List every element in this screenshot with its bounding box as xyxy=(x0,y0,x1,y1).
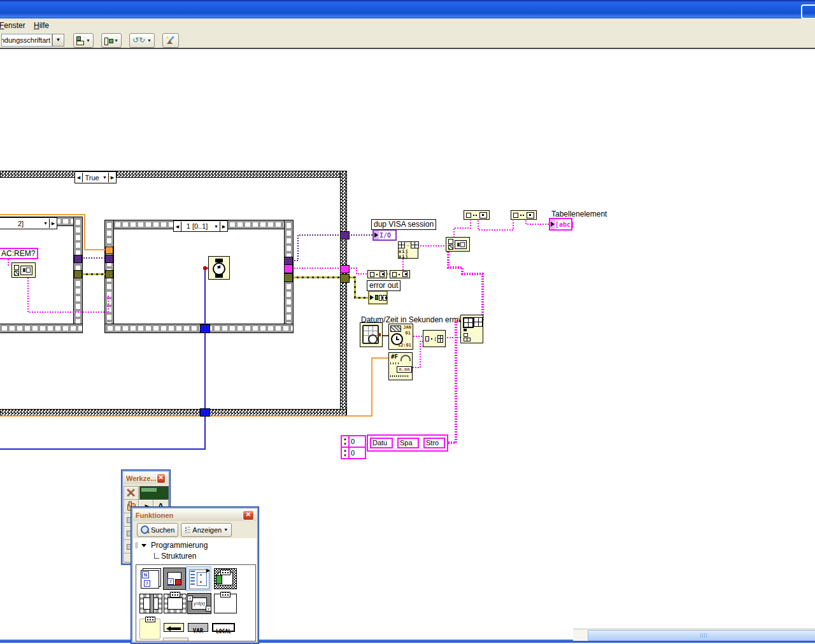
close-icon[interactable]: ✕ xyxy=(157,473,166,483)
tunnel-i32 xyxy=(200,408,210,417)
while-loop-icon[interactable]: i xyxy=(164,568,185,589)
string-array-indicator[interactable]: [abc] xyxy=(549,218,572,231)
io-glyph: I/O xyxy=(379,232,391,239)
left-structure-dropdown-icon[interactable]: ▼ xyxy=(43,221,48,225)
string-function-node[interactable] xyxy=(464,210,490,220)
string-function-node[interactable] xyxy=(367,270,387,278)
chevron-down-icon[interactable]: ▼ xyxy=(52,34,64,47)
table-element-label[interactable]: Tabellenelement xyxy=(551,210,607,218)
sequence-bottom-border[interactable] xyxy=(104,324,294,333)
string-wire xyxy=(526,220,549,224)
error-out-label[interactable]: error out xyxy=(367,280,400,291)
scrollbar-grip-icon xyxy=(700,633,708,638)
font-selector[interactable]: Anwendungsschriftart ▼ xyxy=(1,34,64,47)
month-glyph: JAN xyxy=(403,325,411,330)
reorder-button[interactable]: ↺↻ ▼ xyxy=(129,33,155,48)
build-table-node[interactable] xyxy=(460,315,483,343)
table-header-constant[interactable]: Datu Spa Stro xyxy=(367,434,448,452)
left-structure-next-icon[interactable]: ▶ xyxy=(49,218,57,228)
get-datetime-seconds-node[interactable] xyxy=(360,322,383,347)
array-constant[interactable]: ▲▼ ▲▼ 0 0 xyxy=(341,435,366,459)
string-wire xyxy=(413,341,423,368)
menu-hilfe[interactable]: Hilfe xyxy=(29,20,53,31)
table-cell[interactable]: Datu xyxy=(370,438,393,448)
disable-structure-icon[interactable] xyxy=(214,594,237,613)
array-index[interactable]: ▲▼ ▲▼ xyxy=(342,436,350,458)
visa-resource-indicator[interactable]: I/O xyxy=(372,229,397,241)
conditional-structure-icon[interactable] xyxy=(139,619,160,640)
formula-node-icon[interactable]: y=f(x) x y xyxy=(188,594,211,613)
align-objects-button[interactable]: ▼ xyxy=(73,33,94,48)
error-wire xyxy=(348,277,369,297)
visa-write-node[interactable] xyxy=(11,262,36,278)
string-constant[interactable]: AC:REM? xyxy=(0,248,38,259)
stacked-sequence-icon[interactable] xyxy=(164,594,187,613)
sequence-selector-label[interactable]: ◀ 1 [0..1] ▼ ▶ xyxy=(173,220,228,232)
decorations-icon[interactable]: ▶ xyxy=(163,638,188,641)
auto-tool-led[interactable] xyxy=(139,486,169,500)
scrollbar-thumb[interactable] xyxy=(588,630,815,641)
left-structure-selector-label[interactable]: 2] ▼ ▶ xyxy=(0,217,57,229)
case-next-icon[interactable]: ▶ xyxy=(108,173,116,182)
case-structure-right-border[interactable] xyxy=(340,171,347,416)
window-titlebar[interactable] xyxy=(0,0,815,18)
tree-collapse-icon[interactable] xyxy=(141,544,146,547)
window-button-fragment[interactable] xyxy=(801,4,815,19)
string-function-node[interactable] xyxy=(511,210,537,220)
tree-row-programmierung[interactable]: Programmierung xyxy=(133,538,257,550)
tunnel-string xyxy=(284,264,293,273)
case-name[interactable]: True xyxy=(83,174,101,182)
font-selector-value[interactable]: Anwendungsschriftart xyxy=(1,34,52,47)
get-datetime-string-node[interactable]: JAN 01 12:01 xyxy=(388,324,413,350)
sequence-prev-icon[interactable]: ◀ xyxy=(174,222,181,231)
wait-ms-node[interactable] xyxy=(208,256,230,280)
close-icon[interactable]: ✕ xyxy=(243,510,254,520)
error-out-indicator[interactable] xyxy=(368,290,388,304)
auto-tool-button[interactable] xyxy=(124,486,139,500)
cleanup-diagram-button[interactable] xyxy=(162,33,179,48)
tunnel-error xyxy=(340,274,350,283)
case-structure-icon-hover[interactable]: ▶ xyxy=(186,566,211,591)
terminal-arrow-icon xyxy=(551,222,555,227)
menu-fenster[interactable]: Fenster xyxy=(0,20,27,31)
array-element[interactable]: 0 xyxy=(350,447,365,458)
number-to-string-node[interactable]: #F n.nn xyxy=(388,352,413,380)
sequence-frame[interactable]: 1 [0..1] xyxy=(181,222,213,230)
array-element[interactable]: 0 xyxy=(350,436,365,447)
search-button[interactable]: Suchen xyxy=(137,523,178,537)
tools-palette-titlebar[interactable]: Werkze... ✕ xyxy=(124,472,168,484)
left-structure-frame[interactable]: 2] xyxy=(0,220,42,227)
string-function-node[interactable] xyxy=(390,270,410,278)
local-variable-icon[interactable]: LOCAL xyxy=(212,623,235,632)
dup-visa-session-label[interactable]: dup VISA session xyxy=(371,219,436,230)
grip-icon xyxy=(136,542,138,548)
sequence-dropdown-icon[interactable]: ▼ xyxy=(214,224,218,229)
for-loop-icon[interactable]: N i xyxy=(139,568,161,589)
left-structure-bottom-border[interactable] xyxy=(0,324,83,333)
table-cell[interactable]: Stro xyxy=(423,438,445,448)
flat-sequence-icon[interactable] xyxy=(139,594,162,613)
xij-glyph: xij xij xyxy=(399,249,418,259)
case-structure-bottom-border[interactable] xyxy=(0,409,347,416)
case-dropdown-icon[interactable]: ▼ xyxy=(103,175,107,180)
shared-variable-icon[interactable]: VAR xyxy=(188,623,208,632)
build-array-node[interactable]: ( xyxy=(423,330,446,347)
horizontal-scrollbar[interactable] xyxy=(573,629,815,641)
event-structure-icon[interactable] xyxy=(214,568,237,589)
tree-row-strukturen[interactable]: Strukturen xyxy=(133,550,257,561)
distribute-objects-button[interactable]: ▼ xyxy=(101,33,122,48)
case-selector-label[interactable]: ◀ True ▼ ▶ xyxy=(74,171,117,183)
tunnel-error xyxy=(105,270,113,278)
case-structure-top-border[interactable] xyxy=(0,171,347,178)
table-cell[interactable]: Spa xyxy=(397,438,419,448)
array-function-node[interactable]: → xij xij xyxy=(398,241,418,259)
visa-write-node[interactable] xyxy=(446,237,470,252)
distribute-icon xyxy=(104,36,112,44)
functions-palette-titlebar[interactable]: Funktionen ✕ xyxy=(133,509,257,521)
functions-palette[interactable]: Funktionen ✕ Suchen Anzeigen ▼ Programmi… xyxy=(131,506,259,644)
sequence-next-icon[interactable]: ▶ xyxy=(220,222,227,231)
case-prev-icon[interactable]: ◀ xyxy=(75,173,83,182)
feedback-node-icon[interactable] xyxy=(164,623,184,632)
terminal-arrow-icon xyxy=(370,295,374,300)
view-button[interactable]: Anzeigen ▼ xyxy=(181,523,232,537)
